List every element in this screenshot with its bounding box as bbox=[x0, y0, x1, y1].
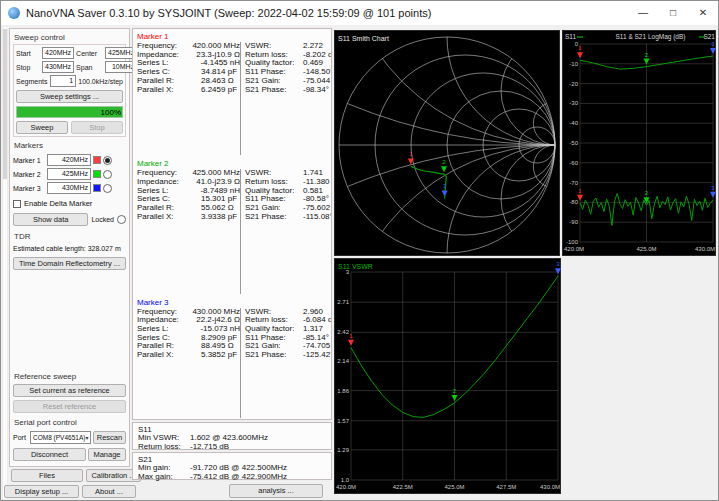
svg-text:3: 3 bbox=[346, 269, 350, 275]
sweep-field-label: Stop bbox=[16, 64, 40, 71]
marker-select-radio[interactable] bbox=[103, 170, 112, 179]
display-setup-button[interactable]: Display setup ... bbox=[4, 485, 79, 498]
svg-text:425.0M: 425.0M bbox=[636, 246, 656, 252]
svg-text:1: 1 bbox=[578, 188, 582, 194]
data-value: 5.3852 pF bbox=[201, 351, 237, 360]
marker-row: Marker 2425MHz bbox=[13, 168, 126, 180]
data-label: S21 Phase: bbox=[245, 86, 303, 95]
data-row: Parallel X:6.2459 pF bbox=[137, 86, 240, 95]
scrollbar-thumb[interactable] bbox=[3, 29, 7, 179]
svg-text:-10: -10 bbox=[569, 61, 578, 67]
svg-text:3: 3 bbox=[711, 185, 715, 191]
about-button[interactable]: About ... bbox=[82, 485, 136, 498]
marker-frequency-input[interactable]: 420MHz bbox=[47, 154, 91, 166]
chevron-down-icon: ▾ bbox=[85, 434, 88, 441]
svg-text:3: 3 bbox=[711, 41, 715, 47]
svg-text:-80: -80 bbox=[569, 199, 578, 205]
svg-text:-20: -20 bbox=[569, 81, 578, 87]
svg-text:-40: -40 bbox=[569, 120, 578, 126]
delta-marker-checkbox[interactable] bbox=[13, 200, 21, 208]
locked-label: Locked bbox=[91, 216, 114, 223]
logmag-chart[interactable]: 0-10-20-30-40-50-60-70-80-90-100420.0M42… bbox=[562, 30, 716, 256]
return-loss-value: -12.715 dB bbox=[190, 443, 229, 452]
segments-input[interactable]: 1 bbox=[50, 75, 77, 87]
close-button[interactable]: ✕ bbox=[688, 1, 718, 25]
svg-text:1: 1 bbox=[578, 45, 582, 51]
marker-right-column: VSWR:2.272Return loss:-8.202 dBQuality f… bbox=[240, 42, 331, 155]
svg-text:2: 2 bbox=[645, 190, 649, 196]
sweep-settings-button[interactable]: Sweep settings ... bbox=[16, 90, 123, 103]
analysis-button[interactable]: analysis ... bbox=[229, 484, 323, 498]
svg-text:-70: -70 bbox=[569, 180, 578, 186]
svg-text:425.0M: 425.0M bbox=[444, 484, 464, 490]
data-label: S21 Phase: bbox=[245, 351, 303, 360]
smith-chart[interactable]: S11 Smith Chart123 bbox=[334, 30, 560, 256]
sweep-field-label: Span bbox=[76, 64, 103, 71]
marker-row: Marker 3430MHz bbox=[13, 182, 126, 194]
marker-select-radio[interactable] bbox=[103, 184, 112, 193]
svg-text:2.42: 2.42 bbox=[337, 329, 349, 335]
svg-text:3: 3 bbox=[443, 183, 447, 189]
marker-color-chip bbox=[93, 156, 101, 164]
sweep-control-title: Sweep control bbox=[14, 33, 126, 42]
sweep-field-label: Center bbox=[76, 50, 103, 57]
show-data-button[interactable]: Show data bbox=[13, 213, 88, 226]
minimize-button[interactable]: — bbox=[628, 1, 658, 25]
marker-input-label: Marker 2 bbox=[13, 171, 45, 178]
data-label: Parallel X: bbox=[137, 86, 201, 95]
marker-section-columns: Frequency:430.000 MHzImpedance:22.2-j42.… bbox=[137, 308, 327, 418]
svg-text:-90: -90 bbox=[569, 219, 578, 225]
marker-color-chip bbox=[93, 170, 101, 178]
data-label: S21 Phase: bbox=[245, 213, 303, 222]
marker-left-column: Frequency:425.000 MHzImpedance:41.0-j23.… bbox=[137, 169, 240, 293]
left-scrollbar[interactable] bbox=[2, 26, 8, 500]
progress-percent: 100% bbox=[101, 108, 121, 117]
svg-text:430.0M: 430.0M bbox=[540, 484, 560, 490]
locked-toggle[interactable] bbox=[117, 215, 126, 224]
marker-input-label: Marker 3 bbox=[13, 185, 45, 192]
manage-button[interactable]: Manage bbox=[88, 448, 126, 461]
marker-section: Marker 3Frequency:430.000 MHzImpedance:2… bbox=[133, 295, 331, 419]
data-value: -125.42° bbox=[303, 351, 331, 360]
svg-text:422.5M: 422.5M bbox=[393, 484, 413, 490]
return-loss-label: Return loss: bbox=[138, 443, 190, 452]
marker-frequency-input[interactable]: 430MHz bbox=[47, 182, 91, 194]
sweep-field-start[interactable]: 420MHz bbox=[42, 47, 74, 59]
marker-section: Marker 1Frequency:420.000 MHzImpedance:2… bbox=[133, 29, 331, 156]
svg-text:427.5M: 427.5M bbox=[496, 484, 516, 490]
svg-text:2: 2 bbox=[442, 159, 446, 165]
control-panel: Sweep control Start420MHzCenter425MHzSto… bbox=[9, 28, 130, 467]
data-label: Parallel X: bbox=[137, 213, 201, 222]
svg-text:420.0M: 420.0M bbox=[564, 246, 584, 252]
svg-text:-30: -30 bbox=[569, 100, 578, 106]
step-size-text: 100.0kHz/step bbox=[78, 78, 123, 85]
tdr-button[interactable]: Time Domain Reflectometry ... bbox=[13, 257, 126, 270]
marker-section-columns: Frequency:420.000 MHzImpedance:23.3-j10.… bbox=[137, 42, 327, 155]
files-button[interactable]: Files bbox=[11, 469, 83, 482]
sweep-field-stop[interactable]: 430MHz bbox=[42, 61, 74, 73]
rescan-button[interactable]: Rescan bbox=[93, 431, 126, 444]
data-row: Parallel X:5.3852 pF bbox=[137, 351, 240, 360]
svg-text:1.86: 1.86 bbox=[337, 388, 349, 394]
svg-text:1.57: 1.57 bbox=[337, 418, 349, 424]
sweep-progress-bar: 100% bbox=[16, 106, 123, 118]
svg-text:S11: S11 bbox=[565, 33, 576, 40]
svg-text:1: 1 bbox=[349, 333, 353, 339]
sweep-button[interactable]: Sweep bbox=[16, 121, 68, 134]
maximize-button[interactable]: □ bbox=[658, 1, 688, 25]
disconnect-button[interactable]: Disconnect bbox=[13, 448, 86, 461]
svg-text:2: 2 bbox=[453, 388, 457, 394]
s11-summary: S11 Min VSWR:1.602 @ 423.600MHz Return l… bbox=[132, 422, 332, 450]
marker-select-radio[interactable] bbox=[103, 156, 112, 165]
marker-frequency-input[interactable]: 425MHz bbox=[47, 168, 91, 180]
app-window: NanoVNA Saver 0.3.10 by SYSJOINT (Sweep:… bbox=[0, 0, 719, 501]
svg-text:2.71: 2.71 bbox=[337, 299, 349, 305]
port-select[interactable]: COM8 (PV4651A) ▾ bbox=[30, 431, 91, 444]
set-reference-button[interactable]: Set current as reference bbox=[13, 384, 126, 397]
marker-input-label: Marker 1 bbox=[13, 157, 45, 164]
vswr-chart[interactable]: 32.712.422.141.861.571.291.0420.0M422.5M… bbox=[334, 258, 561, 494]
data-row: S21 Phase:-115.08° bbox=[245, 213, 331, 222]
marker-right-column: VSWR:1.741Return loss:-11.380 dBQuality … bbox=[240, 169, 331, 293]
data-value: -98.34° bbox=[303, 86, 329, 95]
port-label: Port bbox=[13, 434, 28, 441]
